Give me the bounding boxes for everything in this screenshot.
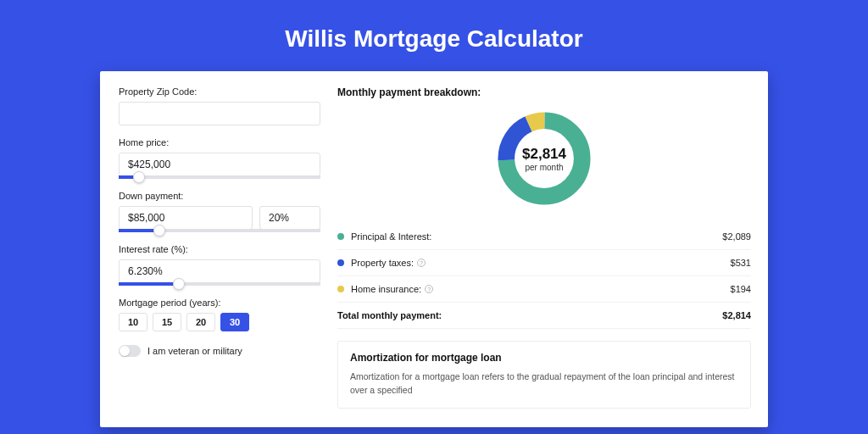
legend-value: $531 — [731, 258, 751, 268]
legend-row-insurance: Home insurance: ? $194 — [337, 276, 751, 303]
slider-thumb[interactable] — [133, 171, 145, 183]
slider-thumb[interactable] — [153, 225, 165, 236]
home-price-input[interactable] — [119, 153, 320, 176]
donut-chart-wrap: $2,814 per month — [337, 108, 751, 209]
toggle-knob — [120, 346, 130, 356]
interest-rate-label: Interest rate (%): — [119, 244, 320, 254]
breakdown-column: Monthly payment breakdown: $2,814 per mo… — [337, 86, 751, 409]
legend-row-principal: Principal & Interest: $2,089 — [337, 224, 751, 250]
amortization-card: Amortization for mortgage loan Amortizat… — [337, 341, 751, 409]
period-label: Mortgage period (years): — [119, 298, 320, 308]
down-payment-label: Down payment: — [119, 191, 320, 201]
period-field: Mortgage period (years): 10 15 20 30 — [119, 298, 320, 331]
zip-input[interactable] — [119, 102, 320, 125]
home-price-label: Home price: — [119, 137, 320, 147]
slider-thumb[interactable] — [173, 278, 185, 290]
veteran-toggle[interactable] — [119, 345, 141, 357]
zip-label: Property Zip Code: — [119, 86, 320, 97]
legend-value: $194 — [731, 284, 751, 294]
legend-dot — [337, 286, 344, 292]
page-title: Willis Mortgage Calculator — [0, 0, 868, 71]
amortization-title: Amortization for mortgage loan — [350, 352, 738, 364]
legend-value: $2,089 — [722, 231, 751, 242]
interest-rate-slider[interactable] — [119, 282, 320, 286]
legend-dot — [337, 259, 344, 266]
period-option-10[interactable]: 10 — [119, 313, 147, 331]
info-icon[interactable]: ? — [417, 259, 426, 267]
legend-total-value: $2,814 — [722, 310, 751, 320]
zip-field: Property Zip Code: — [119, 86, 320, 125]
interest-rate-input[interactable] — [119, 259, 320, 283]
home-price-slider[interactable] — [119, 175, 320, 179]
legend-dot — [337, 233, 344, 240]
veteran-toggle-row: I am veteran or military — [119, 345, 320, 357]
calculator-card: Property Zip Code: Home price: Down paym… — [100, 71, 768, 427]
veteran-label: I am veteran or military — [147, 346, 242, 356]
inputs-column: Property Zip Code: Home price: Down paym… — [119, 86, 320, 409]
period-option-20[interactable]: 20 — [186, 313, 215, 331]
breakdown-title: Monthly payment breakdown: — [337, 86, 751, 98]
amortization-text: Amortization for a mortgage loan refers … — [350, 370, 738, 398]
down-payment-percent-input[interactable] — [259, 206, 320, 230]
home-price-field: Home price: — [119, 137, 320, 179]
donut-chart: $2,814 per month — [494, 108, 594, 209]
legend-row-total: Total monthly payment: $2,814 — [337, 303, 751, 329]
legend-label-text: Property taxes: — [351, 258, 414, 268]
donut-center-sub: per month — [525, 163, 563, 172]
info-icon[interactable]: ? — [425, 285, 433, 293]
legend-label: Property taxes: ? — [351, 258, 731, 268]
down-payment-amount-input[interactable] — [119, 206, 253, 230]
legend-label-text: Home insurance: — [351, 284, 421, 294]
period-options: 10 15 20 30 — [119, 313, 320, 331]
interest-rate-field: Interest rate (%): — [119, 244, 320, 286]
donut-center-value: $2,814 — [522, 146, 566, 163]
legend-label: Home insurance: ? — [351, 284, 731, 294]
period-option-15[interactable]: 15 — [153, 313, 181, 331]
period-option-30[interactable]: 30 — [220, 313, 249, 331]
down-payment-slider[interactable] — [119, 229, 320, 232]
legend-label: Principal & Interest: — [351, 231, 722, 242]
down-payment-field: Down payment: — [119, 191, 320, 232]
legend-row-taxes: Property taxes: ? $531 — [337, 250, 751, 276]
legend-total-label: Total monthly payment: — [337, 310, 722, 320]
